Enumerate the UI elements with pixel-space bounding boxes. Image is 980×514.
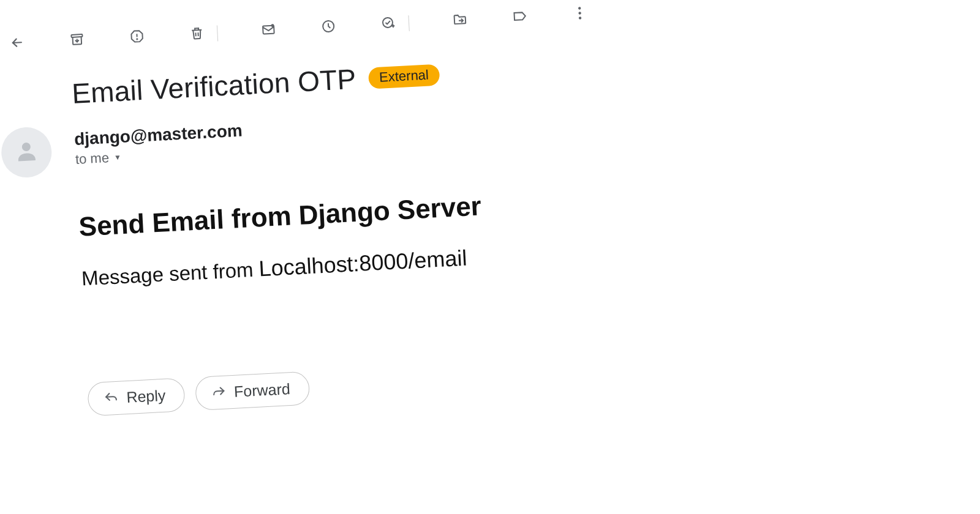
delete-button[interactable] <box>182 20 211 49</box>
recipient-text: to me <box>75 150 109 168</box>
reply-icon <box>104 389 118 408</box>
back-button[interactable] <box>2 29 32 58</box>
svg-point-6 <box>578 7 581 10</box>
toolbar-divider <box>217 25 218 41</box>
email-panel: Email Verification OTP External django@m… <box>0 0 980 514</box>
body-text-pre: Message sent from <box>81 258 259 289</box>
email-body: Send Email from Django Server Message se… <box>78 167 932 291</box>
more-vertical-icon <box>578 6 582 22</box>
body-url: Localhost:8000/email <box>258 245 467 281</box>
mark-unread-button[interactable] <box>254 16 283 45</box>
back-arrow-icon <box>9 35 24 53</box>
more-actions-button[interactable] <box>565 0 595 29</box>
archive-button[interactable] <box>62 26 92 55</box>
email-subject: Email Verification OTP <box>71 62 357 110</box>
person-icon <box>13 138 40 167</box>
report-spam-button[interactable] <box>123 23 152 52</box>
labels-icon <box>512 9 527 26</box>
external-badge: External <box>368 64 440 89</box>
forward-label: Forward <box>233 380 290 401</box>
stage: Email Verification OTP External django@m… <box>0 0 980 514</box>
trash-icon <box>189 26 205 43</box>
actions-row: Reply Forward <box>87 338 939 417</box>
toolbar-divider <box>408 15 409 31</box>
svg-point-7 <box>578 12 581 15</box>
sender-avatar[interactable] <box>0 126 53 179</box>
svg-point-1 <box>137 39 137 39</box>
reply-label: Reply <box>126 387 166 406</box>
move-to-icon <box>452 12 467 29</box>
svg-point-9 <box>21 143 31 152</box>
report-spam-icon <box>129 29 145 47</box>
move-to-button[interactable] <box>445 6 475 35</box>
snooze-button[interactable] <box>314 13 343 42</box>
labels-button[interactable] <box>505 2 535 32</box>
svg-point-8 <box>579 17 582 20</box>
archive-icon <box>69 32 85 50</box>
forward-button[interactable]: Forward <box>195 371 310 411</box>
forward-icon <box>211 384 225 402</box>
svg-point-5 <box>383 17 393 28</box>
add-to-tasks-button[interactable] <box>374 10 403 39</box>
reply-button[interactable]: Reply <box>87 378 186 416</box>
add-to-tasks-icon <box>380 15 396 33</box>
snooze-icon <box>321 18 336 36</box>
mark-unread-icon <box>261 21 276 39</box>
chevron-down-icon: ▼ <box>114 153 122 162</box>
